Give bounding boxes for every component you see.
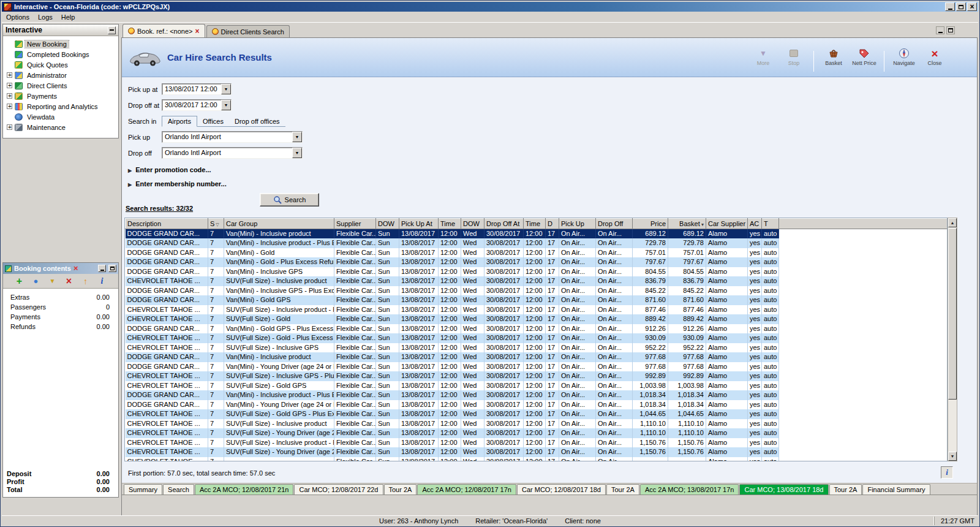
menu-item[interactable]: Help [57, 13, 80, 21]
close-tab-icon[interactable] [195, 28, 200, 35]
col-description[interactable]: Description [126, 219, 208, 229]
moveup-icon[interactable] [80, 276, 91, 287]
dropdown-arrow-icon[interactable] [292, 132, 302, 142]
col-price[interactable]: Price [633, 219, 668, 229]
menu-item[interactable]: Options [2, 13, 34, 21]
panel-minimize-button[interactable] [98, 265, 106, 272]
result-row[interactable]: CHEVROLET TAHOE ... 7 SUV(Full Size) - I… [126, 276, 948, 286]
pane-minimize-button[interactable] [936, 26, 944, 34]
result-row[interactable]: DODGE GRAND CAR... 7 Van(Mini) - Gold GP… [126, 324, 948, 334]
result-row[interactable]: CHEVROLET TAHOE ... 7 SUV(Full Size) - I… [126, 305, 948, 315]
result-row[interactable]: DODGE GRAND CAR... 7 Van(Mini) - Gold - … [126, 257, 948, 267]
col-dow-pickup[interactable]: DOW [376, 219, 399, 229]
col-dropoff-at[interactable]: Drop Off At [484, 219, 524, 229]
itinerary-tab[interactable]: Acc 2A MCO; 12/08/2017 17n [417, 484, 516, 495]
sidebar-item[interactable]: Reporting and Analytics [4, 101, 117, 112]
col-supplier[interactable]: Supplier [334, 219, 376, 229]
itinerary-tab[interactable]: Acc 2A MCO; 12/08/2017 21n [195, 484, 294, 495]
scroll-up-icon[interactable] [948, 218, 957, 227]
sidebar-item[interactable]: Maintenance [4, 122, 117, 132]
result-row[interactable]: CHEVROLET TAHOE ... 7 SUV(Full Size) - I… [126, 438, 948, 448]
col-dow-dropoff[interactable]: DOW [461, 219, 484, 229]
col-dropoff-time[interactable]: Time [524, 219, 546, 229]
maximize-button[interactable] [956, 2, 966, 11]
col-days[interactable]: D [546, 219, 559, 229]
search-in-tab[interactable]: Drop off offices [229, 116, 285, 126]
col-pickup-loc[interactable]: Pick Up [559, 219, 596, 229]
stop-button[interactable]: Stop [780, 48, 808, 66]
result-row[interactable]: CHEVROLET TAHOE ... 7 SUV(Full Size) - I… [126, 343, 948, 353]
search-button[interactable]: Search [260, 193, 319, 207]
minimize-button[interactable] [945, 2, 955, 11]
itinerary-tab[interactable]: Car MCO; 12/08/2017 18d [517, 484, 606, 495]
pane-restore-button[interactable] [946, 26, 955, 34]
globe-icon[interactable] [31, 276, 42, 287]
result-row[interactable]: CHEVROLET TAHOE ... 7 SUV(Full Size) - Y… [126, 447, 948, 457]
basket-button[interactable]: Basket [820, 48, 848, 66]
sidebar-item[interactable]: Quick Quotes [4, 59, 117, 70]
scrollbar-thumb[interactable] [948, 228, 957, 400]
result-row[interactable]: CHEVROLET TAHOE ... 7 SUV(Full Size) - I… [126, 371, 948, 381]
info-icon[interactable] [97, 276, 108, 287]
promo-code-expander[interactable]: Enter promotion code... [128, 163, 319, 176]
delete-icon[interactable] [64, 276, 75, 287]
close-panel-icon[interactable] [74, 265, 78, 272]
nett-price-button[interactable]: Nett Price [850, 48, 878, 66]
itinerary-tab[interactable]: Car MCO; 12/08/2017 22d [294, 484, 383, 495]
result-row[interactable]: DODGE GRAND CAR... 7 Van(Mini) - Inclusi… [126, 352, 948, 362]
result-row[interactable]: CHEVROLET TAHOE ... 7 SUV(Full Size) - Y… [126, 428, 948, 438]
sidebar-item[interactable]: New Booking [4, 39, 117, 49]
itinerary-tab[interactable]: Car MCO; 13/08/2017 18d [739, 484, 828, 495]
col-car-supplier[interactable]: Car Supplier [706, 219, 748, 229]
navigate-button[interactable]: Navigate [890, 48, 918, 66]
itinerary-tab[interactable]: Search [163, 484, 194, 495]
membership-expander[interactable]: Enter membership number... [128, 177, 319, 191]
sidebar-item[interactable]: Administrator [4, 70, 117, 80]
result-row[interactable]: DODGE GRAND CAR... 7 Van(Mini) - Inclusi… [126, 238, 948, 248]
result-row[interactable]: CHEVROLET TAHOE ... 7 Flexible Car... Su… [126, 457, 948, 462]
pickup-datetime-combo[interactable]: 13/08/2017 12:00 [162, 83, 232, 95]
pickup-location-combo[interactable]: Orlando Intl Airport [162, 131, 303, 143]
itinerary-tab[interactable]: Tour 2A [829, 484, 862, 495]
col-ac[interactable]: AC [748, 219, 762, 229]
result-row[interactable]: DODGE GRAND CAR... 7 Van(Mini) - Inclusi… [126, 267, 948, 277]
result-row[interactable]: DODGE GRAND CAR... 7 Van(Mini) - Gold GP… [126, 295, 948, 305]
sidebar-item[interactable]: Payments [4, 91, 117, 101]
expand-icon[interactable] [7, 72, 12, 78]
result-row[interactable]: CHEVROLET TAHOE ... 7 SUV(Full Size) - G… [126, 314, 948, 324]
search-in-tab[interactable]: Airports [162, 116, 197, 127]
result-row[interactable]: DODGE GRAND CAR... 7 Van(Mini) - Gold Fl… [126, 248, 948, 258]
col-basket[interactable]: Basket [668, 219, 706, 229]
result-row[interactable]: DODGE GRAND CAR... 7 Van(Mini) - Young D… [126, 400, 948, 410]
info-button[interactable] [941, 466, 953, 479]
tab-direct-clients-search[interactable]: Direct Clients Search [206, 25, 290, 37]
col-pickup-at[interactable]: Pick Up At [399, 219, 439, 229]
col-car-group[interactable]: Car Group [224, 219, 334, 229]
itinerary-tab[interactable]: Tour 2A [606, 484, 639, 495]
col-transmission[interactable]: T [762, 219, 779, 229]
menu-item[interactable]: Logs [34, 13, 57, 21]
dropoff-location-combo[interactable]: Orlando Intl Airport [162, 147, 303, 159]
itinerary-tab[interactable]: Summary [124, 484, 162, 495]
sidebar-item[interactable]: Completed Bookings [4, 49, 117, 59]
expand-icon[interactable] [7, 124, 12, 130]
collapse-panel-button[interactable] [108, 26, 116, 34]
sidebar-item[interactable]: Viewdata [4, 112, 117, 122]
dropdown-arrow-icon[interactable] [221, 100, 231, 110]
result-row[interactable]: DODGE GRAND CAR... 7 Van(Mini) - Inclusi… [126, 229, 948, 239]
search-in-tab[interactable]: Offices [197, 116, 229, 126]
dropoff-datetime-combo[interactable]: 30/08/2017 12:00 [162, 99, 232, 111]
result-row[interactable]: CHEVROLET TAHOE ... 7 SUV(Full Size) - G… [126, 333, 948, 343]
col-dropoff-loc[interactable]: Drop Off [596, 219, 633, 229]
itinerary-tab[interactable]: Tour 2A [384, 484, 417, 495]
close-view-button[interactable]: Close [921, 48, 949, 66]
itinerary-tab[interactable]: Financial Summary [862, 484, 930, 495]
table-scrollbar[interactable] [948, 218, 957, 461]
result-row[interactable]: CHEVROLET TAHOE ... 7 SUV(Full Size) - G… [126, 381, 948, 391]
result-row[interactable]: DODGE GRAND CAR... 7 Van(Mini) - Inclusi… [126, 286, 948, 296]
expand-icon[interactable] [7, 83, 12, 88]
more-button[interactable]: More [749, 48, 777, 66]
add-icon[interactable] [14, 276, 25, 287]
tab-book-ref[interactable]: Book. ref.: <none> [123, 24, 205, 37]
sidebar-item[interactable]: Direct Clients [4, 80, 117, 91]
